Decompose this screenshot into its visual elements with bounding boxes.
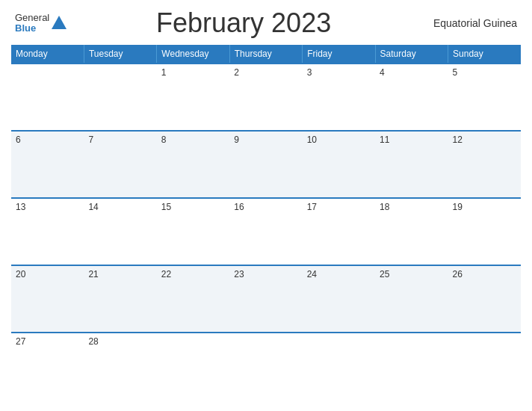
day-number: 25	[380, 269, 389, 279]
day-number: 4	[380, 67, 385, 78]
calendar-week-row: 20212223242526	[11, 265, 521, 333]
calendar-cell: 21	[84, 265, 156, 333]
day-number: 20	[16, 269, 25, 279]
header-saturday: Saturday	[375, 45, 448, 64]
calendar-week-row: 2728	[11, 333, 521, 400]
calendar-cell: 9	[229, 131, 302, 198]
day-number: 12	[453, 135, 463, 145]
day-number: 7	[88, 135, 93, 145]
calendar-cell: 14	[84, 198, 156, 265]
country-label: Equatorial Guinea	[420, 17, 517, 29]
calendar-cell: 25	[375, 265, 448, 333]
calendar-cell: 22	[157, 265, 229, 333]
day-number: 16	[234, 202, 244, 212]
calendar-cell: 18	[375, 198, 448, 265]
calendar-cell: 12	[448, 131, 521, 198]
day-number: 18	[380, 202, 389, 212]
calendar-cell	[448, 333, 521, 400]
calendar-cell: 27	[11, 333, 84, 400]
day-number: 14	[88, 202, 98, 212]
header-sunday: Sunday	[448, 45, 521, 64]
calendar-cell	[11, 64, 84, 131]
logo-text: General Blue	[15, 13, 49, 34]
calendar-cell: 20	[11, 265, 84, 333]
day-number: 6	[16, 135, 21, 145]
logo-icon	[51, 14, 67, 31]
day-number: 2	[234, 67, 239, 78]
month-title: February 2023	[67, 7, 420, 39]
day-number: 8	[161, 135, 167, 145]
calendar-cell: 13	[11, 198, 84, 265]
day-number: 11	[380, 135, 389, 145]
calendar-week-row: 12345	[11, 64, 521, 131]
day-number: 27	[16, 336, 25, 347]
day-number: 23	[234, 269, 244, 279]
header-monday: Monday	[11, 45, 84, 64]
header-friday: Friday	[303, 45, 375, 64]
day-number: 9	[234, 135, 239, 145]
calendar-cell: 17	[303, 198, 375, 265]
calendar-cell: 28	[84, 333, 156, 400]
day-number: 21	[88, 269, 98, 279]
calendar-cell: 16	[229, 198, 302, 265]
calendar-cell: 11	[375, 131, 448, 198]
svg-marker-0	[52, 16, 66, 29]
logo-general: General	[15, 13, 49, 23]
calendar-cell: 8	[157, 131, 229, 198]
calendar-cell	[84, 64, 156, 131]
day-number: 3	[307, 67, 312, 78]
calendar-cell: 26	[448, 265, 521, 333]
calendar-cell: 15	[157, 198, 229, 265]
days-header-row: Monday Tuesday Wednesday Thursday Friday…	[11, 45, 521, 64]
day-number: 15	[161, 202, 171, 212]
calendar-cell: 19	[448, 198, 521, 265]
calendar-cell	[229, 333, 302, 400]
header-tuesday: Tuesday	[84, 45, 156, 64]
day-number: 10	[307, 135, 317, 145]
calendar-cell	[303, 333, 375, 400]
day-number: 13	[16, 202, 25, 212]
calendar-cell: 24	[303, 265, 375, 333]
calendar-table: Monday Tuesday Wednesday Thursday Friday…	[11, 45, 521, 400]
calendar-container: General Blue February 2023 Equatorial Gu…	[0, 0, 532, 411]
day-number: 19	[453, 202, 463, 212]
calendar-cell: 10	[303, 131, 375, 198]
calendar-cell: 6	[11, 131, 84, 198]
calendar-week-row: 13141516171819	[11, 198, 521, 265]
calendar-cell	[157, 333, 229, 400]
header-wednesday: Wednesday	[157, 45, 229, 64]
logo: General Blue	[15, 13, 67, 34]
calendar-header: General Blue February 2023 Equatorial Gu…	[11, 7, 521, 39]
day-number: 26	[453, 269, 463, 279]
calendar-week-row: 6789101112	[11, 131, 521, 198]
calendar-cell: 5	[448, 64, 521, 131]
day-number: 1	[161, 67, 167, 78]
day-number: 22	[161, 269, 171, 279]
day-number: 5	[453, 67, 458, 78]
calendar-cell: 2	[229, 64, 302, 131]
header-thursday: Thursday	[229, 45, 302, 64]
day-number: 28	[88, 336, 98, 347]
calendar-cell: 1	[157, 64, 229, 131]
calendar-cell: 3	[303, 64, 375, 131]
calendar-cell: 23	[229, 265, 302, 333]
calendar-cell: 4	[375, 64, 448, 131]
calendar-cell	[375, 333, 448, 400]
logo-blue: Blue	[15, 23, 49, 34]
calendar-cell: 7	[84, 131, 156, 198]
day-number: 17	[307, 202, 317, 212]
day-number: 24	[307, 269, 317, 279]
